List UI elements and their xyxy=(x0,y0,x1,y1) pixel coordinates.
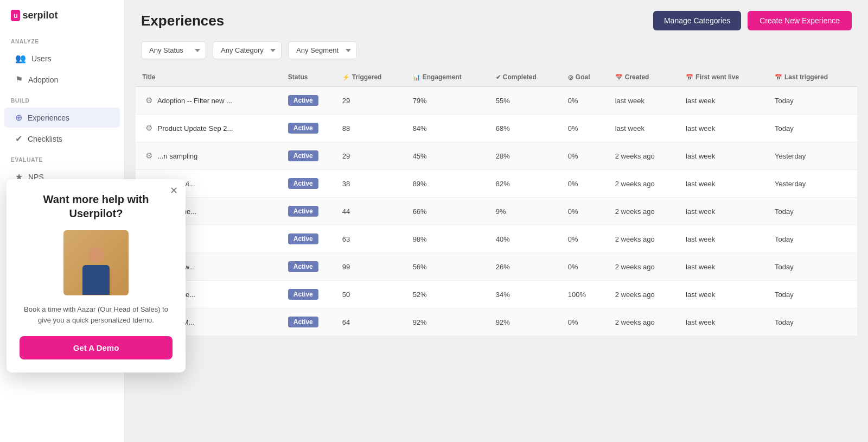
status-badge: Active xyxy=(288,123,318,134)
sidebar-item-adoption[interactable]: ⚑ Adoption xyxy=(4,70,120,90)
cell-last-triggered: Today xyxy=(768,253,857,281)
cell-engagement: 84% xyxy=(406,115,489,142)
status-badge: Active xyxy=(288,233,318,244)
cell-created: 2 weeks ago xyxy=(609,198,679,225)
row-settings-button[interactable]: ⚙ xyxy=(142,94,156,106)
table-row: ⚙ ...me Exte... Active 50 52% 34% 100% 2… xyxy=(136,281,857,308)
logo-name: serpilot xyxy=(22,10,58,21)
cell-engagement: 98% xyxy=(406,225,489,253)
cell-status: Active xyxy=(282,170,336,198)
cell-title: ⚙ ...n sampling xyxy=(136,142,282,170)
cell-first-went-live: last week xyxy=(679,308,768,336)
cell-created: 2 weeks ago xyxy=(609,170,679,198)
experiences-table: Title Status ⚡Triggered 📊Engagement ✔Com… xyxy=(136,68,857,336)
segment-filter[interactable]: Any Segment xyxy=(288,41,357,59)
avatar-head xyxy=(88,247,104,263)
cell-last-triggered: Today xyxy=(768,281,857,308)
cell-completed: 40% xyxy=(489,225,561,253)
users-icon: 👥 xyxy=(15,53,26,64)
sidebar-item-adoption-label: Adoption xyxy=(28,75,58,84)
cell-created: 2 weeks ago xyxy=(609,308,679,336)
status-badge: Active xyxy=(288,95,318,106)
status-badge: Active xyxy=(288,289,318,300)
manage-categories-button[interactable]: Manage Categories xyxy=(653,11,741,30)
logo-u: u xyxy=(11,10,20,21)
category-filter[interactable]: Any Category xyxy=(213,41,282,59)
sidebar-item-checklists[interactable]: ✔ Checklists xyxy=(4,129,120,149)
cell-created: 2 weeks ago xyxy=(609,225,679,253)
cell-triggered: 29 xyxy=(336,142,406,170)
analyze-section-label: ANALYZE xyxy=(0,31,124,48)
cell-triggered: 44 xyxy=(336,198,406,225)
cell-first-went-live: last week xyxy=(679,198,768,225)
modal-close-button[interactable]: ✕ xyxy=(170,186,178,195)
logo: u serpilot xyxy=(0,0,124,31)
cell-last-triggered: Today xyxy=(768,198,857,225)
cell-completed: 68% xyxy=(489,115,561,142)
table-row: ⚙ ...-run Active 63 98% 40% 0% 2 weeks a… xyxy=(136,225,857,253)
table-row: ⚙ ...n sampling Active 29 45% 28% 0% 2 w… xyxy=(136,142,857,170)
cell-goal: 0% xyxy=(561,115,609,142)
col-title: Title xyxy=(136,68,282,87)
cell-created: 2 weeks ago xyxy=(609,142,679,170)
cell-status: Active xyxy=(282,87,336,115)
status-badge: Active xyxy=(288,317,318,327)
cell-completed: 26% xyxy=(489,253,561,281)
checklists-icon: ✔ xyxy=(15,134,22,144)
row-settings-button[interactable]: ⚙ xyxy=(142,122,156,134)
col-triggered: ⚡Triggered xyxy=(336,68,406,87)
cell-first-went-live: last week xyxy=(679,142,768,170)
get-a-demo-button[interactable]: Get A Demo xyxy=(20,336,173,359)
cell-created: last week xyxy=(609,87,679,115)
cell-engagement: 56% xyxy=(406,253,489,281)
modal-title: Want more help with Userpilot? xyxy=(20,192,173,220)
cell-goal: 0% xyxy=(561,142,609,170)
col-last-triggered: 📅Last triggered xyxy=(768,68,857,87)
sidebar-item-users[interactable]: 👥 Users xyxy=(4,48,120,68)
main-content: Experiences Manage Categories Create New… xyxy=(125,0,868,442)
row-settings-button[interactable]: ⚙ xyxy=(142,150,156,162)
avatar-figure xyxy=(80,247,112,295)
sidebar-item-experiences[interactable]: ⊕ Experiences xyxy=(4,108,120,128)
cell-goal: 100% xyxy=(561,281,609,308)
table-row: ⚙ ...ces new... Active 99 56% 26% 0% 2 w… xyxy=(136,253,857,281)
cell-completed: 92% xyxy=(489,308,561,336)
modal-description: Book a time with Aazar (Our Head of Sale… xyxy=(20,304,173,325)
table-row: ⚙ Adoption -- Filter new ... Active 29 7… xyxy=(136,87,857,115)
sidebar-item-checklists-label: Checklists xyxy=(28,135,62,143)
status-badge: Active xyxy=(288,206,318,217)
cell-completed: 28% xyxy=(489,142,561,170)
cell-last-triggered: Yesterday xyxy=(768,170,857,198)
cell-first-went-live: last week xyxy=(679,225,768,253)
cell-status: Active xyxy=(282,198,336,225)
cell-goal: 0% xyxy=(561,253,609,281)
create-new-experience-button[interactable]: Create New Experience xyxy=(748,11,852,30)
cell-last-triggered: Today xyxy=(768,308,857,336)
col-engagement: 📊Engagement xyxy=(406,68,489,87)
cell-goal: 0% xyxy=(561,308,609,336)
table-head: Title Status ⚡Triggered 📊Engagement ✔Com… xyxy=(136,68,857,87)
cell-goal: 0% xyxy=(561,198,609,225)
cell-status: Active xyxy=(282,253,336,281)
cell-title: ⚙ Product Update Sep 2... xyxy=(136,115,282,142)
cell-status: Active xyxy=(282,225,336,253)
status-filter[interactable]: Any Status Active Inactive xyxy=(141,41,206,59)
table-row: ⚙ ...come M... Active 64 92% 92% 0% 2 we… xyxy=(136,308,857,336)
cell-created: last week xyxy=(609,115,679,142)
cell-first-went-live: last week xyxy=(679,115,768,142)
cell-triggered: 29 xyxy=(336,87,406,115)
cell-triggered: 63 xyxy=(336,225,406,253)
cell-last-triggered: Today xyxy=(768,87,857,115)
modal-avatar xyxy=(63,230,129,295)
cell-completed: 9% xyxy=(489,198,561,225)
table-row: ⚙ ...for previ... Active 38 89% 82% 0% 2… xyxy=(136,170,857,198)
cell-last-triggered: Yesterday xyxy=(768,142,857,170)
experiences-table-container: Title Status ⚡Triggered 📊Engagement ✔Com… xyxy=(125,68,868,442)
build-section-label: BUILD xyxy=(0,90,124,107)
col-completed: ✔Completed xyxy=(489,68,561,87)
sidebar-item-experiences-label: Experiences xyxy=(28,113,69,122)
help-modal: ✕ Want more help with Userpilot? Book a … xyxy=(7,179,186,372)
cell-engagement: 79% xyxy=(406,87,489,115)
cell-engagement: 89% xyxy=(406,170,489,198)
header: Experiences Manage Categories Create New… xyxy=(125,0,868,41)
